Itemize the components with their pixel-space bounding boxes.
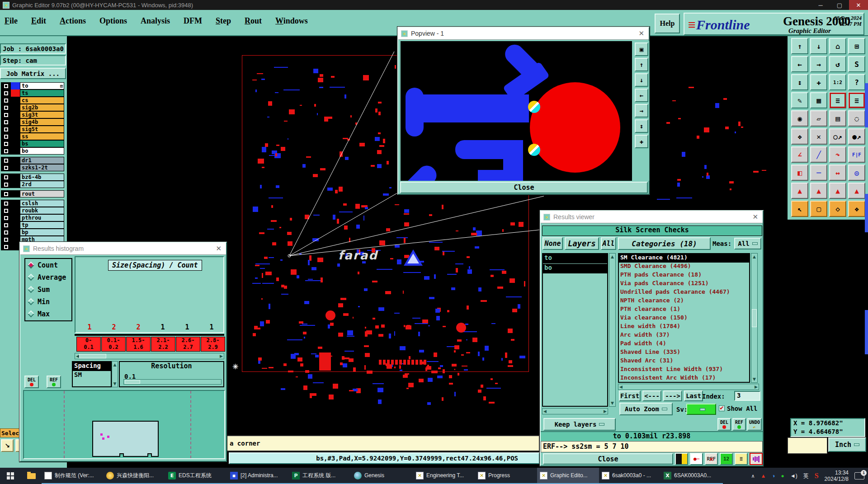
layer-checkbox[interactable]: [1, 190, 11, 197]
task--[interactable]: P工程系统 版...: [289, 468, 351, 484]
prev-button[interactable]: <---: [642, 390, 661, 401]
menu-windows[interactable]: Windows: [275, 16, 308, 26]
toolbar-net-compare-1[interactable]: ≡: [829, 92, 846, 108]
toolbar-setup-tools[interactable]: ✎: [791, 92, 808, 108]
index-field[interactable]: 3: [734, 391, 760, 401]
category-item[interactable]: Shaved Line (335): [619, 348, 749, 357]
meas-dropdown[interactable]: All: [734, 238, 761, 249]
layer-checkbox[interactable]: [1, 164, 11, 171]
toolbar-select-frame[interactable]: ▢: [810, 201, 827, 217]
toolbar-shift-left[interactable]: ←: [791, 56, 808, 72]
layer-checkbox[interactable]: [1, 229, 11, 236]
category-item[interactable]: Inconsistent Line Width (937): [619, 366, 749, 374]
category-item[interactable]: Pad width (4): [619, 340, 749, 348]
toolbar-dfm-spacing-2[interactable]: ▲: [810, 183, 827, 199]
menu-step[interactable]: Step: [216, 16, 231, 26]
toolbar-select-single[interactable]: ↖: [791, 201, 808, 217]
file-explorer-button[interactable]: [21, 468, 42, 484]
layers-hscrollbar[interactable]: ◀▶: [542, 408, 608, 414]
toolbar-tile-xy[interactable]: ⊞: [848, 38, 865, 54]
stat-radio-average[interactable]: Average: [25, 271, 71, 283]
maximize-button[interactable]: ▢: [830, 0, 849, 10]
speaker-icon[interactable]: ◄): [790, 473, 797, 479]
layer-checkbox[interactable]: [1, 243, 11, 250]
layer-checkbox[interactable]: [1, 140, 11, 147]
layer-row-rout[interactable]: rout: [1, 190, 64, 197]
result-layer-bo[interactable]: bo: [543, 264, 607, 273]
series-item-sm[interactable]: SM: [73, 371, 111, 380]
layer-row-ts[interactable]: ts: [1, 89, 64, 97]
layer-checkbox[interactable]: [1, 147, 11, 155]
layer-checkbox[interactable]: [1, 207, 11, 214]
layer-row-sig3t[interactable]: sig3t: [1, 111, 64, 118]
popview-canvas[interactable]: [401, 41, 632, 181]
toolbar-angle-measure[interactable]: ∠: [791, 146, 808, 163]
result-layer-to[interactable]: to: [543, 254, 607, 263]
ref-button[interactable]: REF: [47, 376, 61, 388]
category-item[interactable]: Undrilled pads Clearance (4467): [619, 288, 749, 297]
task-eds-[interactable]: EEDS工程系统: [165, 468, 227, 484]
layer-row-cslsh[interactable]: cslsh: [1, 200, 64, 207]
layer-row-2rd[interactable]: 2rd: [1, 181, 64, 188]
layer-checkbox[interactable]: [1, 97, 11, 104]
popview-close-button[interactable]: Close: [400, 182, 648, 193]
layer-row-tp[interactable]: tp: [1, 221, 64, 229]
toolbar-mirror-ff[interactable]: F|F: [848, 146, 865, 163]
scroll-strip[interactable]: [865, 310, 868, 354]
task--[interactable]: 兴森快捷衡阳...: [104, 468, 165, 484]
toolbar-home-view[interactable]: ⌂: [829, 38, 846, 54]
layer-row-szks1-2t[interactable]: szks1-2t: [1, 164, 64, 171]
layer-checkbox[interactable]: [1, 89, 11, 97]
toolbar-delete-object[interactable]: ✕: [810, 128, 827, 145]
toolbar-point-to-pad[interactable]: ●↗: [848, 128, 865, 145]
notes-icon[interactable]: ≣: [735, 453, 748, 465]
layer-checkbox[interactable]: [1, 157, 11, 164]
layer-row-roubk[interactable]: roubk: [1, 207, 64, 214]
sogou-icon[interactable]: S: [815, 472, 819, 480]
categories-button[interactable]: Categories (18): [618, 237, 711, 250]
toolbar-dfm-spacing-4[interactable]: ▲: [848, 183, 865, 199]
toolbar-paste-up[interactable]: ↑: [791, 38, 808, 54]
last-button[interactable]: Last: [684, 390, 703, 401]
toolbar-compare-shapes[interactable]: ▱: [810, 110, 827, 127]
toolbar-copy-pads[interactable]: ◎: [848, 164, 865, 181]
toolbar-center-object[interactable]: ✚: [810, 74, 827, 90]
ime-indicator[interactable]: 英: [803, 472, 809, 480]
toolbar-arc-turn[interactable]: ↷: [829, 146, 846, 163]
category-item[interactable]: Via pads Clearance (1251): [619, 280, 749, 288]
toolbar-paste-down[interactable]: ↓: [810, 38, 827, 54]
scroll-strip[interactable]: [865, 83, 868, 127]
task-genesis[interactable]: Genesis: [351, 468, 413, 484]
keep-layers-dropdown[interactable]: Keep layers: [543, 418, 616, 431]
warn-red-icon[interactable]: ▲: [760, 473, 766, 479]
layer-row-cs[interactable]: cs: [1, 97, 64, 104]
layer-checkbox[interactable]: [1, 221, 11, 229]
toolbar-dfm-spacing-1[interactable]: ▲: [791, 183, 808, 199]
layer-checkbox[interactable]: [1, 118, 11, 126]
task-progress[interactable]: ✕Progress: [475, 468, 537, 484]
layer-row-bp[interactable]: bp: [1, 229, 64, 236]
stat-radio-sum[interactable]: Sum: [25, 283, 71, 296]
toolbar-grid[interactable]: ▦: [810, 92, 827, 108]
task-engineering-t-[interactable]: ✕Engineering T...: [413, 468, 475, 484]
task--2-administra-[interactable]: ▪[2] Administra...: [227, 468, 289, 484]
toolbar-measure-gap[interactable]: ↔: [829, 164, 846, 181]
results-viewer-close-icon[interactable]: ✕: [752, 213, 758, 221]
layer-row-pthrou[interactable]: pthrou: [1, 214, 64, 221]
safety-green-icon[interactable]: ●: [781, 473, 784, 479]
windows-cascade-icon[interactable]: ▣: [635, 42, 648, 56]
zoom-center-icon[interactable]: ✚: [635, 135, 648, 148]
popview-close-icon[interactable]: ✕: [638, 29, 644, 38]
resize-corner-icon[interactable]: ↘: [1, 439, 14, 452]
layer-checkbox[interactable]: [1, 104, 11, 111]
units-dropdown[interactable]: Inch: [828, 437, 866, 452]
zoom-fit-icon[interactable]: ↕: [635, 119, 648, 133]
category-item[interactable]: PTH pads Clearance (18): [619, 271, 749, 280]
layer-row-bz6-4b[interactable]: bz6-4b: [1, 174, 64, 181]
stat-radio-max[interactable]: Max: [25, 308, 71, 320]
layer-checkbox[interactable]: [1, 126, 11, 133]
toolbar-copy-other-layer[interactable]: ◧: [791, 164, 808, 181]
task--ver-[interactable]: 制作规范 (Ver:...: [42, 468, 104, 484]
layer-12-icon[interactable]: 12: [720, 453, 733, 465]
histogram-hscrollbar[interactable]: ◀▶: [75, 353, 224, 359]
